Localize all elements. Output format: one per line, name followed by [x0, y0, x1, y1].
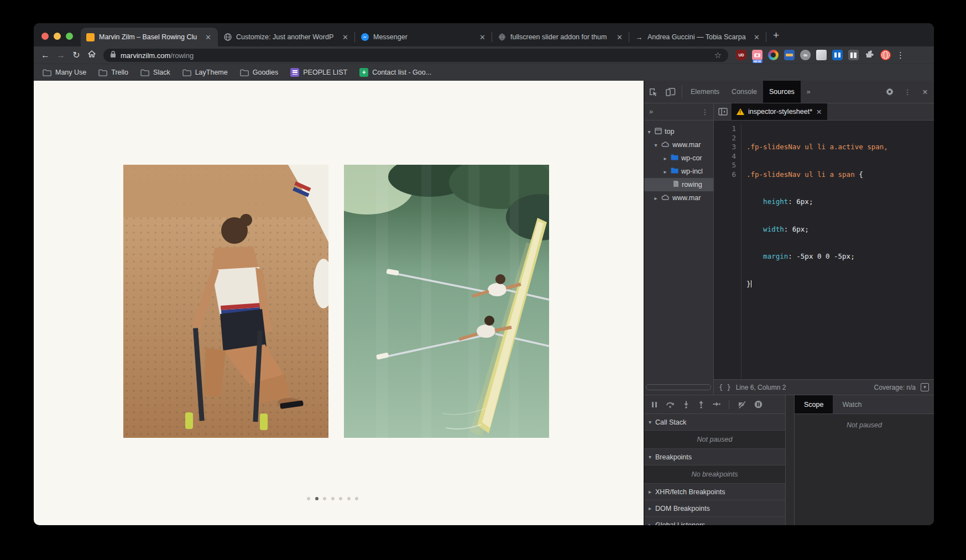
tab-watch[interactable]: Watch — [833, 395, 871, 414]
call-stack-note: Not paused — [644, 431, 785, 449]
browser-menu-icon[interactable]: ⋮ — [892, 50, 910, 60]
zoom-window-button[interactable] — [66, 33, 73, 40]
tree-label: top — [665, 128, 674, 135]
device-toolbar-icon[interactable] — [662, 81, 680, 103]
more-tabs-icon[interactable]: » — [801, 81, 817, 103]
browser-tab-customize[interactable]: Customize: Just another WordP ✕ — [218, 28, 355, 46]
bookmark-slack[interactable]: Slack — [140, 68, 170, 77]
trello-extension-icon[interactable] — [832, 50, 843, 60]
warning-icon — [737, 108, 744, 115]
shield-ud-extension-icon[interactable]: UD — [736, 50, 746, 60]
expand-arrow-icon[interactable]: ▸ — [662, 169, 668, 175]
navigator-menu-icon[interactable]: ⋮ — [702, 108, 709, 116]
bookmark-goodies[interactable]: Goodies — [240, 68, 279, 77]
close-tab-icon[interactable]: ✕ — [478, 33, 487, 41]
more-panes-icon[interactable]: » — [649, 108, 653, 116]
navigator-horizontal-scrollbar[interactable] — [646, 384, 711, 390]
tree-item-wp-includes[interactable]: ▸ wp-incl — [644, 165, 713, 178]
step-into-icon[interactable] — [683, 401, 690, 409]
close-tab-icon[interactable]: ✕ — [204, 33, 212, 41]
bookmark-laytheme[interactable]: LayTheme — [182, 68, 228, 77]
close-tab-icon[interactable]: ✕ — [341, 33, 349, 41]
slider-dot[interactable] — [347, 497, 351, 500]
tree-label: wp-cor — [681, 154, 702, 162]
code-editor[interactable]: 1 2 3 4 5 6 .fp-slidesNav ul li a.active… — [714, 121, 934, 379]
slider-dot[interactable] — [339, 497, 342, 500]
tab-sources[interactable]: Sources — [763, 81, 801, 103]
tab-elements[interactable]: Elements — [685, 81, 725, 103]
toggle-navigator-icon[interactable] — [714, 103, 732, 120]
expand-arrow-icon[interactable]: ▾ — [646, 129, 652, 135]
address-bar[interactable]: marvinzilm.com/rowing ☆ — [103, 49, 728, 62]
bookmark-trello[interactable]: Trello — [98, 68, 128, 77]
show-drawer-icon[interactable]: ▾ — [921, 383, 929, 391]
folder-icon — [140, 68, 149, 77]
pretty-print-icon[interactable]: { } — [719, 384, 731, 391]
pause-on-exceptions-icon[interactable] — [754, 400, 763, 409]
tree-label: rowing — [682, 181, 702, 189]
expand-arrow-icon[interactable]: ▸ — [662, 155, 668, 161]
close-tab-icon[interactable]: ✕ — [753, 33, 761, 41]
inspect-element-icon[interactable] — [644, 81, 662, 103]
section-global-listeners[interactable]: ▸ Global Listeners — [644, 517, 785, 525]
infinity-extension-icon[interactable]: ∞ — [800, 50, 811, 60]
step-over-icon[interactable] — [666, 401, 675, 408]
tree-item-top[interactable]: ▾ top — [644, 125, 713, 138]
slider-dot[interactable] — [331, 497, 335, 500]
settings-gear-icon[interactable] — [881, 81, 899, 103]
back-button[interactable]: ← — [38, 50, 53, 60]
browser-tab-messenger[interactable]: Messenger ✕ — [355, 28, 492, 46]
tree-item-origin-2[interactable]: ▸ www.mar — [644, 191, 713, 205]
new-tab-button[interactable]: + — [773, 30, 779, 40]
expand-arrow-icon[interactable]: ▾ — [653, 142, 659, 148]
section-dom-breakpoints[interactable]: ▸ DOM Breakpoints — [644, 500, 785, 517]
browser-tab-marvin-zilm[interactable]: Marvin Zilm – Basel Rowing Clu ✕ — [81, 28, 218, 46]
close-devtools-icon[interactable]: ✕ — [916, 81, 934, 103]
section-breakpoints[interactable]: ▾ Breakpoints — [644, 449, 785, 465]
bookmark-contact-list[interactable]: + Contact list - Goo... — [359, 68, 431, 77]
tree-item-wp-content[interactable]: ▸ wp-cor — [644, 151, 713, 165]
pause-script-icon[interactable] — [651, 401, 657, 408]
step-icon[interactable] — [713, 401, 720, 408]
devtools-menu-icon[interactable]: ⋮ — [899, 81, 916, 103]
expand-arrow-icon[interactable]: ▸ — [653, 195, 659, 201]
deactivate-breakpoints-icon[interactable] — [738, 401, 746, 409]
forward-button[interactable]: → — [54, 50, 68, 60]
minimize-window-button[interactable] — [54, 33, 61, 40]
ticket-extension-icon[interactable] — [784, 50, 795, 60]
cards-extension-icon[interactable] — [848, 50, 859, 60]
home-button[interactable] — [85, 50, 99, 60]
close-window-button[interactable] — [41, 33, 49, 40]
bookmark-people-list[interactable]: PEOPLE LIST — [290, 68, 347, 77]
debugger-scrollbar[interactable] — [786, 395, 795, 525]
file-tab-inspector-stylesheet[interactable]: inspector-stylesheet* ✕ — [732, 103, 827, 120]
webpage-viewport — [34, 81, 644, 525]
puzzle-extension-icon[interactable] — [864, 50, 875, 60]
expand-arrow-icon: ▸ — [649, 505, 651, 511]
tab-strip: Marvin Zilm – Basel Rowing Clu ✕ Customi… — [34, 23, 934, 46]
slider-dot-active[interactable] — [315, 497, 318, 500]
close-tab-icon[interactable]: ✕ — [615, 33, 624, 41]
bookmark-star-icon[interactable]: ☆ — [714, 50, 722, 60]
reload-button[interactable]: ↻ — [69, 50, 83, 60]
slider-dot[interactable] — [307, 497, 310, 500]
expand-arrow-icon: ▸ — [649, 489, 651, 495]
slider-dot[interactable] — [355, 497, 358, 500]
color-wheel-extension-icon[interactable] — [768, 50, 779, 60]
step-out-icon[interactable] — [698, 401, 704, 409]
browser-tab-fullscreen-slider[interactable]: fullscreen slider addon for thum ✕ — [492, 28, 629, 46]
browser-tab-andrea-guccini[interactable]: → Andrea Guccini — Tobia Scarpa ✕ — [629, 28, 766, 46]
camera-extension-icon[interactable]: NEW — [752, 50, 763, 60]
tree-item-origin[interactable]: ▾ www.mar — [644, 138, 713, 151]
scope-watch-tabs: Scope Watch — [795, 395, 934, 414]
tab-console[interactable]: Console — [725, 81, 763, 103]
section-xhr-breakpoints[interactable]: ▸ XHR/fetch Breakpoints — [644, 484, 785, 500]
bookmark-many-use[interactable]: Many Use — [43, 68, 86, 77]
box-extension-icon[interactable] — [816, 50, 827, 60]
section-call-stack[interactable]: ▾ Call Stack — [644, 414, 785, 431]
tree-item-rowing-selected[interactable]: rowing — [644, 178, 713, 191]
close-file-icon[interactable]: ✕ — [816, 108, 822, 116]
slider-dot[interactable] — [323, 497, 326, 500]
globe-red-extension-icon[interactable] — [880, 50, 891, 60]
tab-scope[interactable]: Scope — [795, 395, 833, 414]
